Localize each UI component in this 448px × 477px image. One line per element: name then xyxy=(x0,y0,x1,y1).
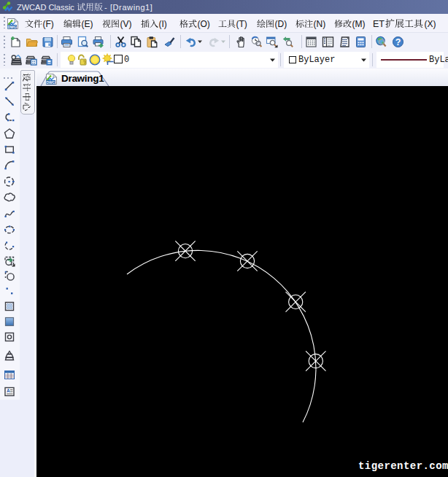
svg-text:(F): (F) xyxy=(43,19,54,29)
svg-text:(D): (D) xyxy=(275,19,287,29)
svg-text:ET: ET xyxy=(373,19,385,29)
svg-text:DWG: DWG xyxy=(46,80,55,85)
svg-text:(V): (V) xyxy=(120,19,132,29)
svg-text:?: ? xyxy=(395,37,401,47)
svg-text:A: A xyxy=(7,388,10,393)
svg-text:(T): (T) xyxy=(236,19,247,29)
svg-text:(M): (M) xyxy=(352,19,366,29)
svg-text:(X): (X) xyxy=(425,19,436,29)
svg-text:(O): (O) xyxy=(198,19,210,29)
svg-text:(I): (I) xyxy=(159,19,167,29)
svg-text:DWG: DWG xyxy=(7,25,16,29)
svg-text:(N): (N) xyxy=(314,19,326,29)
svg-text:(E): (E) xyxy=(82,19,93,29)
